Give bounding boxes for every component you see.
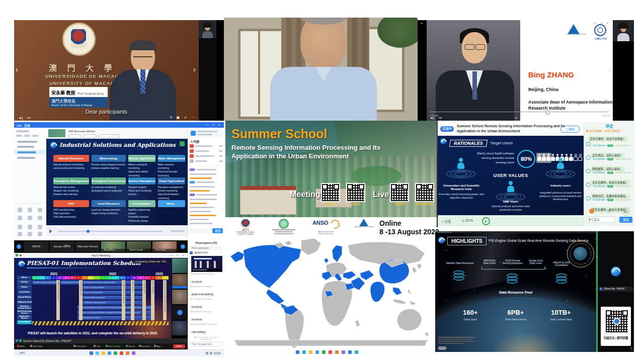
participant-tile[interactable]: Jeevan (जीवन) [50, 241, 74, 252]
system-tray[interactable] [206, 352, 221, 354]
category-meteorology[interactable]: MeteorologyPrecise meteorological foreca… [92, 155, 126, 177]
tool-button[interactable] [38, 208, 42, 212]
stream-info-card[interactable] [190, 129, 223, 137]
play-icon[interactable] [49, 229, 52, 233]
participant-tile[interactable]: Diana Daye [152, 241, 177, 252]
share-screen-button[interactable]: Share Screen [106, 345, 121, 347]
tool-button[interactable] [18, 232, 22, 236]
screen-icon[interactable]: ▭ [439, 116, 442, 120]
gray-pill-button[interactable] [438, 346, 446, 350]
window-controls[interactable]: — ↗ × [593, 21, 610, 25]
reactions-button[interactable]: Reactions [139, 345, 150, 347]
tool-button[interactable] [28, 225, 32, 229]
close-icon[interactable]: × [221, 251, 222, 254]
rank-row[interactable] [190, 144, 223, 148]
webcam-thumbnail[interactable] [199, 20, 216, 38]
sidebar-tab-placeholder[interactable] [32, 135, 38, 137]
next-page-button[interactable]: › [181, 244, 185, 249]
prev-chevron-icon[interactable]: ‹ [16, 65, 18, 73]
video-button[interactable]: Start Video [30, 345, 43, 347]
shared-screen-preview[interactable]: Screen shared by Zh... [191, 256, 222, 272]
refresh-icon[interactable]: ↻ [630, 347, 633, 351]
chat-input[interactable] [190, 228, 211, 233]
record-button[interactable]: Record [126, 345, 135, 347]
leave-button[interactable]: Leave [173, 344, 185, 348]
tool-button[interactable] [28, 216, 32, 220]
next-chevron-icon[interactable]: › [609, 65, 611, 73]
scene-item-placeholder[interactable] [17, 157, 35, 159]
participant-tile[interactable]: Manzoor Ahmed [75, 241, 100, 252]
voov-chat-input[interactable] [190, 342, 223, 346]
chat-button[interactable]: Chat [94, 345, 101, 347]
video-progress-track[interactable] [430, 112, 609, 112]
video-tile[interactable] [172, 290, 187, 304]
category-agriculture[interactable]: Smart AgriculturePlantation managementGr… [158, 177, 186, 200]
video-progress-handle[interactable] [545, 110, 550, 115]
fullscreen-icon[interactable]: ↗ [604, 116, 607, 120]
tool-button[interactable] [18, 225, 22, 229]
taskbar-icons[interactable] [296, 350, 376, 354]
app-window-controls[interactable]: — □ × [206, 123, 221, 126]
sidebar-tab-placeholder[interactable] [24, 135, 30, 137]
prev-page-button[interactable]: ‹ [17, 244, 21, 249]
next-icon[interactable]: » [529, 116, 531, 120]
refresh-play-icon[interactable]: ▶ [482, 217, 490, 225]
category-water[interactable]: Water ManagementWater resource monitorin… [158, 155, 186, 177]
category-emergency[interactable]: Emergency ManagementNational risk census… [53, 177, 89, 200]
video-thumbnail[interactable] [48, 129, 65, 137]
prev-icon[interactable]: « [515, 116, 517, 120]
category-ecological[interactable]: Ecological EnvironmentAir pollution moni… [92, 177, 126, 200]
stream-button[interactable] [99, 134, 120, 138]
audio-button[interactable]: Audio [17, 345, 25, 347]
pause-icon[interactable]: Ⅱ [522, 116, 524, 120]
send-button[interactable]: 发送 [212, 228, 223, 233]
rank-row[interactable] [190, 149, 223, 153]
scene-item-selected[interactable] [14, 150, 46, 154]
lang-toggle[interactable]: EN [622, 209, 629, 216]
video-tile[interactable]: J [172, 305, 187, 320]
annotate-pen-icon[interactable]: ✎ [589, 116, 592, 120]
tool-button[interactable] [18, 216, 22, 220]
settings-gear-icon[interactable]: ⚙ [607, 209, 611, 213]
share-icon[interactable]: < 分享 [442, 219, 451, 224]
camera-icon[interactable]: ▣ [176, 116, 180, 120]
camera-icon[interactable]: ▣ [596, 116, 600, 120]
video-tile[interactable]: Zhiwen Ma - PIESAT [172, 274, 187, 289]
participant-tile[interactable]: IRFAN [24, 241, 48, 252]
tool-button[interactable] [38, 216, 42, 220]
participant-row[interactable]: gaofeng chen × [190, 251, 223, 255]
apps-button[interactable]: Apps [154, 345, 161, 347]
speaker-icon[interactable]: ◄) [430, 116, 434, 120]
stream-button[interactable] [68, 134, 82, 138]
category-land[interactable]: Land ResourceLand use change detectionIl… [92, 200, 126, 222]
chat-input[interactable] [586, 217, 615, 223]
participant-tile[interactable]: Murad Khan [101, 241, 125, 252]
tool-button[interactable] [18, 208, 22, 212]
annotate-pen-icon[interactable]: ✎ [170, 116, 173, 120]
category-natural-resource[interactable]: Natural ResourceNatural resource monitor… [53, 155, 89, 177]
video-tile[interactable] [172, 258, 187, 273]
speaker-icon[interactable]: ◄) [18, 116, 23, 120]
fullscreen-icon[interactable]: ↗ [184, 116, 187, 120]
tool-button[interactable] [28, 232, 32, 236]
category-more[interactable]: More... [158, 200, 186, 222]
scene-item-placeholder[interactable] [17, 146, 34, 148]
scene-item-placeholder[interactable] [17, 141, 37, 143]
webcam-thumbnail[interactable] [613, 20, 634, 41]
qr-button[interactable]: 二维码 [560, 126, 580, 133]
rank-row[interactable] [190, 159, 223, 163]
more-icon[interactable]: ⋯ [610, 116, 614, 120]
more-icon[interactable]: ⋯ [191, 116, 195, 120]
seek-handle[interactable] [87, 230, 90, 233]
participant-tile[interactable]: Shoukat Khalid [127, 241, 151, 252]
category-beidou[interactable]: Beidou NavigationSituation supportPatrol… [128, 177, 155, 200]
category-uav[interactable]: UAVUAV manufacturingFlight operationUAV … [53, 200, 89, 222]
participant-search-input[interactable] [190, 246, 223, 250]
category-consultation[interactable]: ConsultationSatellite engineering projec… [128, 200, 155, 222]
sidebar-tab-placeholder[interactable] [16, 135, 22, 137]
seek-track[interactable] [57, 231, 163, 232]
emoji-icon[interactable] [589, 209, 594, 214]
screen-icon[interactable]: ▭ [27, 116, 31, 120]
stream-button[interactable] [84, 134, 97, 138]
tool-button[interactable] [38, 232, 42, 236]
